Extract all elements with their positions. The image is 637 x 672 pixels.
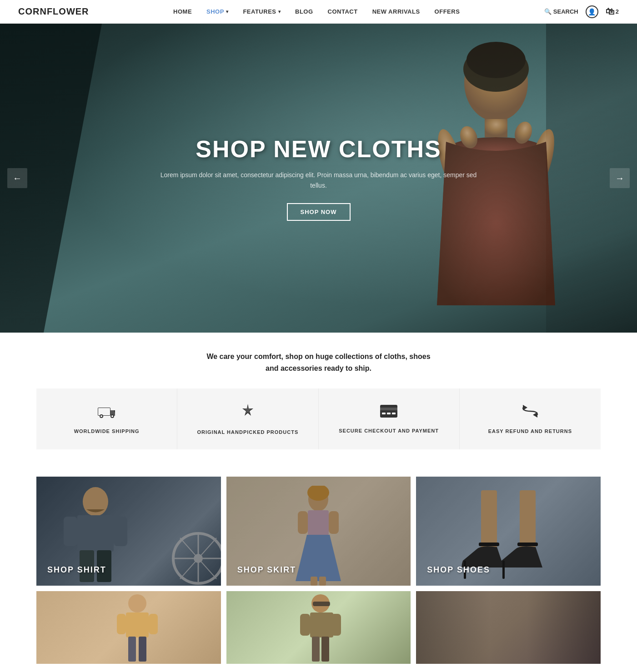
- features-row: WORLDWIDE SHIPPING ORIGINAL HANDPICKED P…: [36, 388, 601, 449]
- feature-handpicked: ORIGINAL HANDPICKED PRODUCTS: [177, 388, 318, 449]
- svg-rect-57: [321, 637, 329, 662]
- hero-subtitle: Lorem ipsum dolor sit amet, consectetur …: [160, 170, 478, 190]
- refund-icon: [521, 404, 539, 422]
- shop-now-button[interactable]: Shop Now: [287, 203, 351, 221]
- svg-rect-47: [117, 614, 126, 634]
- arrow-left-icon: ←: [13, 173, 22, 184]
- hero-title: SHOP NEW CLOTHS: [160, 135, 478, 163]
- feature-shipping-label: WORLDWIDE SHIPPING: [74, 428, 140, 434]
- header-icons: 🔍 SEARCH 👤 🛍 2: [544, 5, 619, 18]
- svg-rect-55: [331, 614, 341, 636]
- main-nav: HOME SHOP ▾ FEATURES ▾ BLOG CONTACT NEW …: [173, 8, 460, 15]
- checkout-icon: [380, 404, 398, 422]
- arrow-right-icon: →: [615, 173, 624, 184]
- cart-icon: 🛍: [606, 6, 615, 17]
- shop-shoes-overlay: SHOP SHOES: [416, 477, 601, 586]
- nav-shop[interactable]: SHOP ▾: [206, 8, 228, 15]
- shop-cards-top: SHOP SHIRT SHOP SKIRT: [0, 477, 637, 586]
- feature-handpicked-label: ORIGINAL HANDPICKED PRODUCTS: [197, 429, 298, 435]
- svg-rect-48: [149, 614, 158, 634]
- shop-bottom-card-3[interactable]: [416, 591, 601, 664]
- logo[interactable]: CORNFLOWER: [18, 6, 89, 17]
- svg-rect-54: [300, 614, 310, 636]
- svg-rect-52: [313, 602, 330, 606]
- shop-shoes-label: SHOP SHOES: [427, 565, 490, 575]
- feature-refund: EASY REFUND AND RETURNS: [460, 388, 601, 449]
- cart-button[interactable]: 🛍 2: [606, 6, 619, 17]
- svg-point-2: [466, 42, 526, 78]
- shop-skirt-card[interactable]: SHOP SKIRT: [226, 477, 411, 586]
- nav-offers[interactable]: OFFERS: [435, 8, 460, 15]
- svg-rect-50: [139, 637, 146, 662]
- shop-shirt-card[interactable]: SHOP SHIRT: [36, 477, 221, 586]
- nav-blog[interactable]: BLOG: [295, 8, 313, 15]
- shop-bottom-card-1[interactable]: [36, 591, 221, 664]
- svg-rect-16: [380, 408, 397, 410]
- tagline: We care your comfort, shop on huge colle…: [0, 333, 637, 388]
- svg-rect-18: [387, 413, 391, 414]
- header: CORNFLOWER HOME SHOP ▾ FEATURES ▾ BLOG C…: [0, 0, 637, 24]
- svg-point-45: [128, 594, 146, 612]
- shipping-icon: [98, 404, 116, 422]
- feature-checkout: SECURE CHECKOUT AND PAYMENT: [319, 388, 460, 449]
- account-button[interactable]: 👤: [586, 5, 598, 18]
- svg-rect-56: [312, 637, 320, 662]
- svg-point-12: [100, 415, 102, 417]
- hero-prev-button[interactable]: ←: [7, 168, 27, 188]
- chevron-down-icon: ▾: [278, 9, 281, 14]
- nav-home[interactable]: HOME: [173, 8, 192, 15]
- shop-cards-bottom: [0, 591, 637, 664]
- hero-content: SHOP NEW CLOTHS Lorem ipsum dolor sit am…: [160, 135, 478, 221]
- nav-features[interactable]: FEATURES ▾: [243, 8, 281, 15]
- feature-refund-label: EASY REFUND AND RETURNS: [488, 428, 572, 434]
- nav-contact[interactable]: CONTACT: [328, 8, 358, 15]
- feature-shipping: WORLDWIDE SHIPPING: [36, 388, 177, 449]
- handpicked-icon: [240, 403, 256, 423]
- search-button[interactable]: 🔍 SEARCH: [544, 8, 578, 15]
- account-icon: 👤: [586, 5, 598, 18]
- svg-rect-19: [392, 413, 396, 414]
- svg-rect-46: [126, 612, 149, 637]
- chevron-down-icon: ▾: [226, 9, 229, 14]
- shop-bottom-card-2[interactable]: [226, 591, 411, 664]
- shop-shirt-overlay: SHOP SHIRT: [36, 477, 221, 586]
- svg-rect-15: [380, 405, 397, 418]
- feature-checkout-label: SECURE CHECKOUT AND PAYMENT: [339, 428, 439, 433]
- shop-skirt-label: SHOP SKIRT: [237, 565, 296, 575]
- nav-new-arrivals[interactable]: NEW ARRIVALS: [372, 8, 420, 15]
- svg-rect-3: [485, 119, 507, 137]
- svg-rect-49: [128, 637, 136, 662]
- shop-shirt-label: SHOP SHIRT: [47, 565, 106, 575]
- svg-rect-53: [310, 612, 333, 637]
- shop-skirt-overlay: SHOP SKIRT: [226, 477, 411, 586]
- svg-point-14: [111, 415, 113, 417]
- svg-rect-17: [382, 413, 386, 414]
- shop-shoes-card[interactable]: SHOP SHOES: [416, 477, 601, 586]
- hero-section: ← SHOP NEW CLOTHS Lorem ipsum dolor sit …: [0, 24, 637, 333]
- hero-next-button[interactable]: →: [610, 168, 630, 188]
- svg-rect-10: [98, 408, 110, 415]
- search-icon: 🔍: [544, 8, 552, 15]
